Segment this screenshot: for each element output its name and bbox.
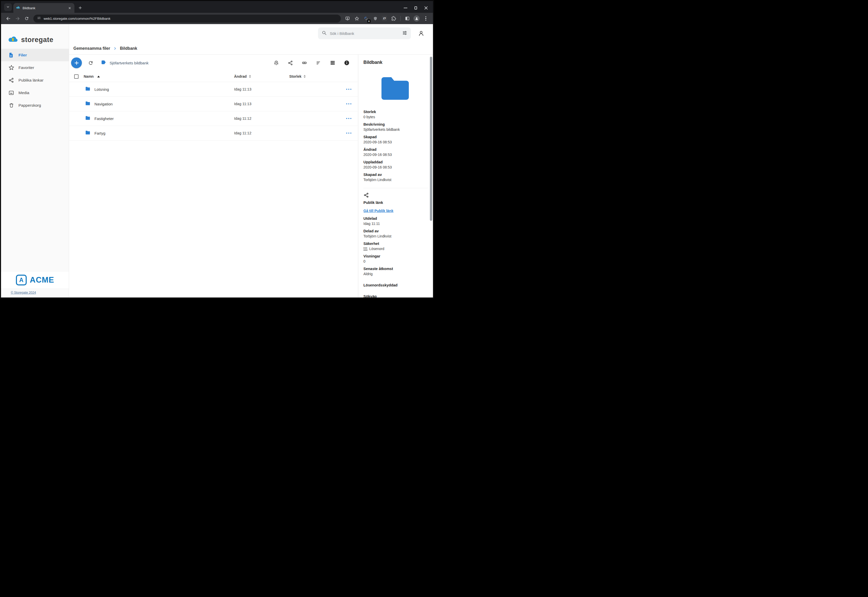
extension-link-icon[interactable]: 0	[362, 14, 370, 22]
detail-label: Beskrivning	[363, 122, 428, 126]
breadcrumb-bildbank[interactable]: Bildbank	[120, 46, 137, 51]
sidebar-item-favoriter[interactable]: Favoriter	[1, 61, 69, 74]
row-more-options-icon[interactable]	[346, 103, 351, 105]
minimize-button[interactable]	[404, 6, 407, 10]
row-more-options-icon[interactable]	[346, 132, 351, 134]
folder-icon	[85, 86, 91, 92]
copyright-link[interactable]: © Storegate 2024	[11, 291, 69, 294]
tab-close-icon[interactable]	[67, 6, 72, 10]
search-filter-icon[interactable]	[402, 30, 407, 36]
table-row[interactable]: Navigation Idag 11:13	[69, 97, 358, 111]
site-settings-icon[interactable]	[37, 16, 41, 21]
side-panel-icon[interactable]	[403, 14, 411, 22]
file-icon	[8, 52, 14, 58]
chevron-down-icon	[6, 5, 10, 9]
detail-label: Storlek	[363, 110, 428, 114]
brand-name: storegate	[21, 36, 54, 44]
file-list-area: Sjöfartverkets bildbank	[69, 55, 358, 297]
close-button[interactable]	[424, 6, 428, 10]
sidebar-item-publika-lankar[interactable]: Publika länkar	[1, 74, 69, 86]
extension-fq-icon[interactable]: f?	[380, 14, 389, 22]
detail-label: Skapad av	[363, 172, 428, 177]
detail-value: 2020-09-16 08:53	[363, 165, 428, 169]
folder-icon	[85, 115, 91, 122]
detail-label: Senaste åtkomst	[363, 267, 428, 271]
browser-tab[interactable]: Bildbank	[13, 3, 74, 13]
sidebar-item-label: Favoriter	[18, 65, 34, 70]
column-header-namn[interactable]: Namn	[84, 74, 94, 79]
breadcrumb-gemensamma-filer[interactable]: Gemensamma filer	[73, 46, 110, 51]
search-box[interactable]	[318, 27, 411, 39]
column-header-storlek[interactable]: Storlek	[289, 74, 301, 79]
maximize-button[interactable]	[414, 6, 418, 10]
search-input[interactable]	[330, 31, 399, 36]
table-row[interactable]: Fastigheter Idag 11:12	[69, 111, 358, 126]
sidebar-item-papperskorg[interactable]: Papperskorg	[1, 99, 69, 111]
detail-value: Lösenord	[369, 247, 384, 251]
add-new-button[interactable]	[71, 58, 82, 68]
row-more-options-icon[interactable]	[346, 118, 351, 119]
select-all-checkbox[interactable]	[74, 74, 79, 79]
go-to-public-link[interactable]: Gå till Publik länk	[363, 209, 393, 213]
file-modified: Idag 11:13	[234, 102, 251, 106]
file-name: Navigation	[94, 102, 113, 106]
sort-icon[interactable]	[315, 59, 322, 67]
chevron-right-icon	[113, 47, 117, 50]
screenshot-frame: Bildbank web1.storegate.	[0, 0, 434, 298]
sidebar-item-label: Papperskorg	[18, 103, 41, 108]
folder-icon	[85, 130, 91, 137]
details-title: Bildbank	[363, 60, 428, 65]
password-dots-icon: ***	[363, 247, 368, 250]
refresh-icon[interactable]	[87, 59, 94, 67]
extensions-puzzle-icon[interactable]	[390, 14, 398, 22]
file-modified: Idag 11:13	[234, 87, 251, 91]
sidebar-item-label: Filer	[18, 53, 27, 58]
extension-badge: 0	[367, 19, 371, 23]
tab-search-button[interactable]	[4, 3, 12, 11]
column-header-andrad[interactable]: Ändrad	[234, 74, 247, 79]
detail-label: Sökväg	[363, 294, 428, 297]
link-icon[interactable]	[301, 59, 308, 67]
acme-logo-icon: A	[16, 275, 27, 285]
grid-view-icon[interactable]	[329, 59, 336, 67]
notification-add-icon[interactable]	[272, 59, 280, 67]
browser-profile-avatar[interactable]	[412, 14, 421, 22]
new-tab-button[interactable]	[76, 4, 84, 11]
file-name: Fartyg	[94, 131, 106, 135]
storegate-favicon-icon	[16, 6, 20, 10]
panel-scrollbar[interactable]	[430, 57, 432, 221]
account-icon[interactable]	[417, 29, 425, 37]
acme-logo: A ACME	[1, 272, 69, 288]
sidebar-item-label: Publika länkar	[18, 78, 43, 83]
browser-menu-icon[interactable]	[422, 14, 430, 22]
sidebar-item-media[interactable]: Media	[1, 86, 69, 99]
detail-label: Säkerhet	[363, 242, 428, 246]
detail-label: Ändrad	[363, 147, 428, 151]
url-bar[interactable]: web1.storegate.com/common/%2FBildbank	[33, 15, 341, 22]
share-icon[interactable]	[287, 59, 294, 67]
row-more-options-icon[interactable]	[346, 89, 351, 90]
back-button[interactable]	[4, 14, 12, 22]
url-text: web1.storegate.com/common/%2FBildbank	[44, 17, 110, 21]
sidebar-item-filer[interactable]: Filer	[1, 49, 69, 61]
file-name: Fastigheter	[94, 116, 114, 121]
folder-icon	[85, 101, 91, 107]
detail-value: 2020-09-16 08:53	[363, 153, 428, 157]
sort-toggle-icon[interactable]	[249, 75, 251, 78]
table-row[interactable]: Lotsning Idag 11:13	[69, 82, 358, 97]
bookmark-star-icon[interactable]	[353, 14, 361, 22]
file-name: Lotsning	[94, 87, 109, 92]
forward-button[interactable]	[13, 14, 22, 22]
trash-icon	[8, 102, 14, 108]
browser-navbar: web1.storegate.com/common/%2FBildbank 0 …	[1, 13, 433, 24]
sidebar: storegate Filer Favoriter	[1, 24, 69, 297]
info-icon[interactable]	[343, 59, 350, 67]
reload-button[interactable]	[22, 14, 31, 22]
current-location[interactable]: Sjöfartverkets bildbank	[101, 59, 149, 66]
browser-titlebar: Bildbank	[1, 1, 433, 13]
table-row[interactable]: Fartyg Idag 11:12	[69, 126, 358, 141]
file-modified: Idag 11:12	[234, 131, 251, 135]
sort-toggle-icon[interactable]	[304, 75, 306, 78]
extension-shield-icon[interactable]	[371, 14, 379, 22]
install-app-icon[interactable]	[343, 14, 351, 22]
